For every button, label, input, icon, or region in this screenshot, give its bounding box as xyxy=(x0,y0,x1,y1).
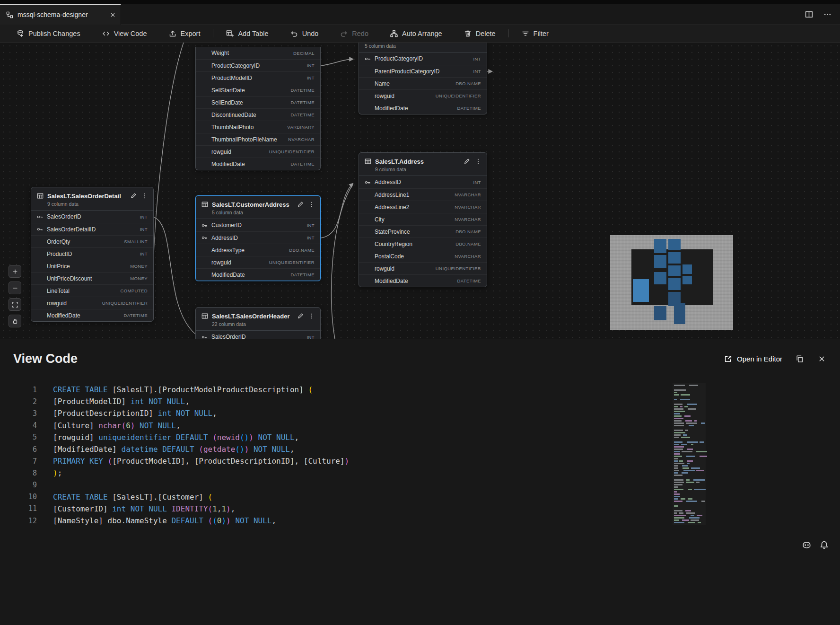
code-minimap-bar xyxy=(674,486,678,488)
code-minimap-bar xyxy=(689,517,700,519)
copy-code-button[interactable] xyxy=(795,354,805,364)
column-name: ProductCategoryID xyxy=(211,62,260,69)
table-node-product[interactable]: WeightDECIMALProductCategoryIDINTProduct… xyxy=(195,47,321,170)
primary-key-slot xyxy=(201,222,209,229)
table-row: ProductCategoryIDINT xyxy=(196,59,320,71)
toolbar-export-button[interactable]: Export xyxy=(164,27,205,40)
line-number: 12 xyxy=(0,517,37,525)
table-node-sales-order-header[interactable]: SalesLT.SalesOrderHeader22 column dataSa… xyxy=(195,307,321,339)
fit-view-button[interactable] xyxy=(9,298,21,311)
column-type: DBO.NAME xyxy=(289,247,315,253)
tab-close-button[interactable] xyxy=(110,12,116,18)
minimap-table-tile xyxy=(668,239,681,250)
column-type: UNIQUEIDENTIFIER xyxy=(269,260,315,265)
toolbar-delete-button[interactable]: Delete xyxy=(459,27,500,40)
code-minimap-bar xyxy=(682,519,689,521)
copilot-icon xyxy=(802,540,811,549)
code-minimap-bar xyxy=(682,467,689,469)
code-minimap[interactable] xyxy=(673,383,706,525)
code-minimap-bar xyxy=(682,465,688,467)
column-name: CustomerID xyxy=(211,222,242,229)
edit-table-button[interactable] xyxy=(130,192,137,200)
toolbar-add-table-button[interactable]: Add Table xyxy=(221,27,273,40)
column-name: City xyxy=(375,216,385,223)
schema-canvas[interactable]: WeightDECIMALProductCategoryIDINTProduct… xyxy=(0,43,840,339)
edit-table-button[interactable] xyxy=(463,158,471,165)
tab-mssql-schema-designer[interactable]: mssql-schema-designer xyxy=(0,4,121,25)
code-minimap-bar xyxy=(674,451,680,452)
toolbar-redo-button[interactable]: Redo xyxy=(335,27,373,40)
toolbar-filter-button[interactable]: Filter xyxy=(517,27,553,40)
node-subtitle: 5 column data xyxy=(196,209,320,219)
copilot-button[interactable] xyxy=(802,540,811,549)
column-type: NVARCHAR xyxy=(455,192,481,197)
toolbar-view-code-button[interactable]: View Code xyxy=(97,27,152,40)
code-icon xyxy=(102,30,110,37)
table-row: SellStartDateDATETIME xyxy=(196,84,320,96)
edit-table-button[interactable] xyxy=(297,201,304,208)
node-title: SalesLT.Address xyxy=(375,158,459,165)
minimap-table-tile xyxy=(674,303,685,324)
code-line: 6[ModifiedDate] datetime DEFAULT (getdat… xyxy=(0,443,840,455)
table-row: ProductIDINT xyxy=(31,247,153,260)
code-minimap-bar xyxy=(674,519,679,521)
table-menu-button[interactable] xyxy=(308,201,315,208)
code-minimap-bar xyxy=(689,425,694,426)
code-minimap-bar xyxy=(674,389,686,391)
table-node-customer-address[interactable]: SalesLT.CustomerAddress5 column dataCust… xyxy=(195,195,321,281)
more-actions-button[interactable] xyxy=(823,10,831,18)
code-minimap-bar xyxy=(674,515,686,516)
close-panel-button[interactable] xyxy=(817,354,827,364)
table-node-address[interactable]: SalesLT.Address9 column dataAddressIDINT… xyxy=(359,152,487,287)
key-icon xyxy=(201,222,208,229)
zoom-in-button[interactable] xyxy=(9,265,21,278)
key-icon xyxy=(365,56,371,62)
toolbar-label: View Code xyxy=(114,30,147,37)
split-editor-icon xyxy=(805,10,813,18)
zoom-controls xyxy=(9,265,21,327)
table-node-product-category[interactable]: 5 column dataProductCategoryIDINTParentP… xyxy=(359,43,487,114)
code-minimap-bar xyxy=(674,505,678,507)
toolbar-auto-arrange-button[interactable]: Auto Arrange xyxy=(385,27,447,40)
lock-button[interactable] xyxy=(9,315,21,327)
code-minimap-bar xyxy=(696,451,707,452)
toolbar-label: Undo xyxy=(302,30,319,37)
table-menu-button[interactable] xyxy=(474,158,482,165)
column-name: ModifiedDate xyxy=(375,105,408,112)
split-editor-button[interactable] xyxy=(805,10,813,18)
toolbar-undo-button[interactable]: Undo xyxy=(286,27,324,40)
code-minimap-bar xyxy=(674,446,684,448)
table-node-sales-order-detail[interactable]: SalesLT.SalesOrderDetail9 column dataSal… xyxy=(31,187,154,322)
column-type: NVARCHAR xyxy=(288,137,315,142)
view-code-title: View Code xyxy=(13,352,78,366)
column-name: ParentProductCategoryID xyxy=(375,68,439,75)
column-name: SalesOrderDetailID xyxy=(47,226,96,233)
table-menu-button[interactable] xyxy=(141,192,149,200)
undo-icon xyxy=(290,30,298,37)
column-name: OrderQty xyxy=(47,238,70,245)
code-minimap-bar xyxy=(674,522,684,523)
table-menu-button[interactable] xyxy=(308,312,315,320)
zoom-out-button[interactable] xyxy=(9,282,21,294)
code-minimap-bar xyxy=(684,415,691,417)
bell-button[interactable] xyxy=(820,540,829,549)
column-name: rowguid xyxy=(47,300,67,307)
table-row: SalesOrderIDINT xyxy=(31,211,153,223)
code-minimap-bar xyxy=(685,420,692,422)
view-code-panel: View Code Open in Editor 1CREATE TABLE [… xyxy=(0,339,840,625)
code-minimap-bar xyxy=(679,512,683,514)
column-name: rowguid xyxy=(375,93,394,99)
toolbar-publish-changes-button[interactable]: Publish Changes xyxy=(12,27,85,40)
code-minimap-bar xyxy=(687,449,693,450)
table-row: ModifiedDateDATETIME xyxy=(196,268,320,281)
code-text: [CustomerID] int NOT NULL IDENTITY(1,1), xyxy=(37,504,235,513)
open-in-editor-button[interactable]: Open in Editor xyxy=(724,355,782,363)
edit-table-button[interactable] xyxy=(297,312,304,320)
diagram-minimap[interactable] xyxy=(610,235,733,330)
minimap-table-tile xyxy=(654,272,666,284)
column-name: AddressID xyxy=(211,235,238,241)
table-row: DiscontinuedDateDATETIME xyxy=(196,108,320,121)
pencil-icon xyxy=(297,201,304,208)
column-type: INT xyxy=(140,227,148,232)
code-minimap-bar xyxy=(674,392,677,393)
